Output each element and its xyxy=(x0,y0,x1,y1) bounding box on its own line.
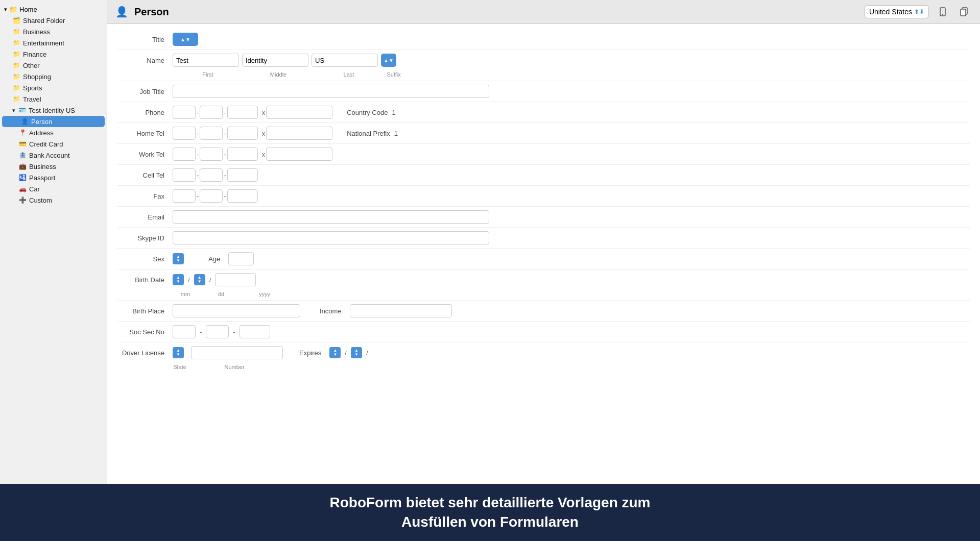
socsec-part3[interactable] xyxy=(240,325,270,338)
hometel-prefix[interactable] xyxy=(200,127,223,140)
birthdate-dd-dropdown[interactable]: ▲ ▼ xyxy=(194,274,205,285)
expires-label: Expires xyxy=(299,349,321,357)
sidebar-label-address: Address xyxy=(29,129,54,137)
sidebar-item-shared-folder[interactable]: 🗂️ Shared Folder xyxy=(0,15,107,26)
sidebar-item-credit-card[interactable]: 💳 Credit Card xyxy=(0,138,107,150)
worktel-prefix[interactable] xyxy=(200,147,223,161)
hometel-area[interactable] xyxy=(173,127,196,140)
sidebar-item-finance[interactable]: 📁 Finance xyxy=(0,48,107,60)
sidebar-label-person: Person xyxy=(31,118,52,126)
sidebar-item-entertainment[interactable]: 📁 Entertainment xyxy=(0,37,107,48)
sports-folder-icon: 📁 xyxy=(12,84,20,92)
suffix-dropdown[interactable]: ▲▼ xyxy=(381,54,396,67)
celltel-area[interactable] xyxy=(173,168,196,182)
dl-number-input[interactable] xyxy=(191,346,283,359)
form-area: Title ▲▼ Name xyxy=(107,24,980,484)
bottom-banner: RoboForm bietet sehr detaillierte Vorlag… xyxy=(0,484,980,541)
sidebar-item-travel[interactable]: 📁 Travel xyxy=(0,93,107,105)
skype-input[interactable] xyxy=(173,231,489,244)
person-icon: 👤 xyxy=(20,117,29,126)
phone-row: Phone - - x Country Code 1 xyxy=(117,103,970,121)
fax-row: Fax - - xyxy=(117,187,970,205)
country-selector[interactable]: United States ⬆⬇ xyxy=(865,5,929,18)
fax-number[interactable] xyxy=(227,189,258,203)
birthdate-label: Birth Date xyxy=(117,276,169,284)
fax-prefix[interactable] xyxy=(200,189,223,203)
first-name-input[interactable] xyxy=(173,54,239,67)
socsec-part2[interactable] xyxy=(206,325,229,338)
worktel-ext[interactable] xyxy=(266,147,332,161)
other-folder-icon: 📁 xyxy=(12,61,20,69)
income-input[interactable] xyxy=(350,304,452,317)
sidebar-label-custom: Custom xyxy=(29,196,52,204)
birthdate-year-input[interactable] xyxy=(215,273,256,286)
country-code-value: 1 xyxy=(392,109,395,116)
fax-area[interactable] xyxy=(173,189,196,203)
sidebar-item-business2[interactable]: 💼 Business xyxy=(0,161,107,172)
phone-area[interactable] xyxy=(173,106,196,119)
sidebar-label-travel: Travel xyxy=(23,95,41,103)
name-label: Name xyxy=(117,57,169,64)
sidebar-label-bank-account: Bank Account xyxy=(29,152,70,159)
custom-icon: ➕ xyxy=(18,196,27,204)
sidebar-item-sports[interactable]: 📁 Sports xyxy=(0,82,107,93)
page-title: Person xyxy=(134,6,169,18)
sidebar-item-address[interactable]: 📍 Address xyxy=(0,127,107,138)
sidebar-item-bank-account[interactable]: 🏦 Bank Account xyxy=(0,150,107,161)
dl-state-dropdown[interactable]: ▲ ▼ xyxy=(173,347,184,358)
bank-icon: 🏦 xyxy=(18,151,27,159)
worktel-area[interactable] xyxy=(173,147,196,161)
mobile-view-button[interactable] xyxy=(935,4,950,19)
birthdate-mm-dropdown[interactable]: ▲ ▼ xyxy=(173,274,184,285)
sidebar-item-business[interactable]: 📁 Business xyxy=(0,26,107,37)
phone-number[interactable] xyxy=(227,106,258,119)
socsec-part1[interactable] xyxy=(173,325,196,338)
phone-prefix[interactable] xyxy=(200,106,223,119)
country-label: United States xyxy=(869,8,912,16)
sidebar-item-custom[interactable]: ➕ Custom xyxy=(0,194,107,206)
age-input[interactable] xyxy=(228,252,254,265)
sidebar-item-shopping[interactable]: 📁 Shopping xyxy=(0,71,107,82)
shopping-folder-icon: 📁 xyxy=(12,72,20,81)
svg-point-1 xyxy=(942,14,943,15)
expires-mm-dropdown[interactable]: ▲ ▼ xyxy=(329,347,341,358)
skype-label: Skype ID xyxy=(117,234,169,242)
sidebar-item-person[interactable]: 👤 Person xyxy=(2,116,105,127)
sidebar-item-other[interactable]: 📁 Other xyxy=(0,60,107,71)
hometel-number[interactable] xyxy=(227,127,258,140)
birthplace-income-row: Birth Place Income xyxy=(117,302,970,320)
celltel-number[interactable] xyxy=(227,168,258,182)
sex-dropdown[interactable]: ▲ ▼ xyxy=(173,253,184,264)
email-label: Email xyxy=(117,213,169,221)
sidebar-home[interactable]: ▾ 📁 Home xyxy=(0,4,107,15)
worktel-group: - - x xyxy=(173,147,332,161)
middle-name-input[interactable] xyxy=(242,54,308,67)
sidebar-label-credit-card: Credit Card xyxy=(29,140,63,148)
header-bar: 👤 Person United States ⬆⬇ xyxy=(107,0,980,24)
worktel-number[interactable] xyxy=(227,147,258,161)
banner-line1: RoboForm bietet sehr detaillierte Vorlag… xyxy=(329,493,650,512)
birthplace-label: Birth Place xyxy=(117,307,169,315)
dl-state-sublabel: State xyxy=(173,362,187,371)
jobtitle-row: Job Title xyxy=(117,82,970,101)
finance-folder-icon: 📁 xyxy=(12,50,20,58)
celltel-prefix[interactable] xyxy=(200,168,223,182)
jobtitle-input[interactable] xyxy=(173,85,489,98)
email-input[interactable] xyxy=(173,210,489,224)
celltel-group: - - xyxy=(173,168,258,182)
middle-sublabel: Middle xyxy=(243,69,314,79)
sidebar-item-test-identity[interactable]: ▾ 🪪 Test Identity US xyxy=(0,105,107,116)
birthplace-input[interactable] xyxy=(173,304,300,317)
sidebar-item-car[interactable]: 🚗 Car xyxy=(0,183,107,194)
hometel-label: Home Tel xyxy=(117,130,169,137)
national-prefix-label: National Prefix xyxy=(347,130,390,137)
copy-button[interactable] xyxy=(957,4,972,19)
sidebar-item-passport[interactable]: 🛂 Passport xyxy=(0,172,107,183)
last-name-input[interactable] xyxy=(312,54,378,67)
title-dropdown[interactable]: ▲▼ xyxy=(173,33,198,46)
phone-ext[interactable] xyxy=(266,106,332,119)
sidebar-label-business2: Business xyxy=(29,163,56,170)
hometel-ext[interactable] xyxy=(266,127,332,140)
sidebar-label-other: Other xyxy=(23,62,40,69)
expires-dd-dropdown[interactable]: ▲ ▼ xyxy=(351,347,362,358)
